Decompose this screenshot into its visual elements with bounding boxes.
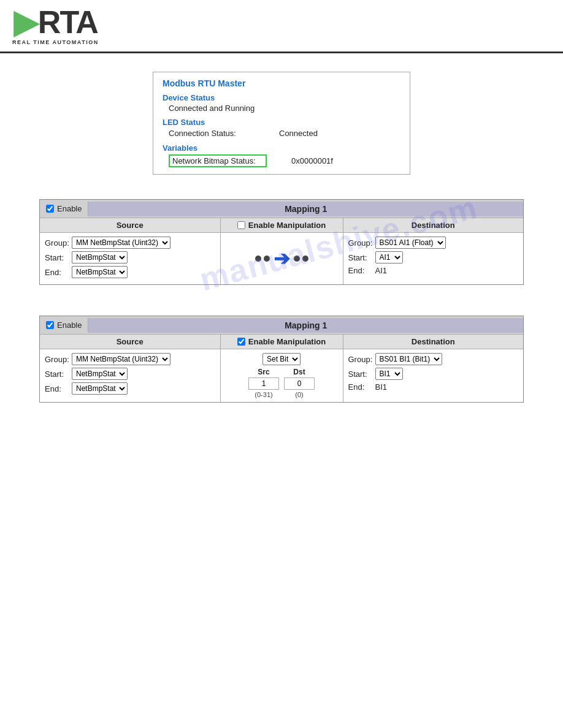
mapping1-source-end-select[interactable]: NetBmpStat [72, 266, 128, 278]
mapping2-source-group-select[interactable]: MM NetBmpStat (Uint32) [72, 353, 170, 365]
mapping2-body: Group: MM NetBmpStat (Uint32) Start: Net… [40, 349, 523, 402]
mapping1-source-start-select[interactable]: NetBmpStat [72, 251, 128, 264]
mapping1-manip-col-header: Enable Manipulation [221, 218, 343, 232]
mapping1-dest-end-row: End: AI1 [348, 266, 519, 275]
logo-rta-text: RTA [38, 6, 98, 38]
mapping2-source-panel: Group: MM NetBmpStat (Uint32) Start: Net… [40, 349, 221, 402]
mapping2-dst-input[interactable] [284, 377, 315, 390]
mapping2-source-group-row: Group: MM NetBmpStat (Uint32) [45, 353, 215, 365]
mapping2-src-range: (0-31) [255, 391, 272, 398]
mapping2-dst-label: Dst [293, 368, 305, 376]
mapping1-dest-start-label: Start: [348, 253, 375, 262]
dot3 [294, 256, 300, 262]
header: ▶ RTA REAL TIME AUTOMATION [0, 0, 563, 53]
mapping1-enable-box: Enable [40, 202, 88, 216]
mapping2-source-end-row: End: NetBmpStat [45, 382, 215, 395]
mapping1-source-end-row: End: NetBmpStat [45, 266, 215, 278]
mapping2-outer: Enable Mapping 1 Source Enable Manipulat… [39, 316, 524, 403]
mapping2-title: Mapping 1 [88, 318, 523, 333]
connection-status-key: Connection Status: [169, 129, 279, 138]
dot2 [264, 256, 270, 262]
mapping2-dest-group-label: Group: [348, 355, 375, 364]
mapping2-dst-range: (0) [295, 391, 303, 398]
mapping1-source-start-row: Start: NetBmpStat [45, 251, 215, 264]
mapping1-section: Enable Mapping 1 Source Enable Manipulat… [25, 199, 538, 285]
mapping2-dest-end-label: End: [348, 382, 375, 392]
mapping1-arrow-dots: ➔ [255, 247, 308, 270]
mapping2-section: Enable Mapping 1 Source Enable Manipulat… [25, 316, 538, 403]
mapping1-enable-label: Enable [57, 204, 82, 213]
mapping1-dest-col-header: Destination [343, 218, 524, 232]
mapping1-outer: Enable Mapping 1 Source Enable Manipulat… [39, 199, 524, 285]
mapping2-manip-type-select[interactable]: Set Bit [262, 353, 301, 365]
mapping2-enable-checkbox[interactable] [46, 321, 54, 329]
mapping1-manip-panel: ➔ [221, 233, 343, 284]
mapping1-dest-start-row: Start: AI1 [348, 251, 519, 264]
mapping1-dest-group-select[interactable]: BS01 AI1 (Float) [375, 237, 446, 249]
mapping1-header: Enable Mapping 1 [40, 200, 523, 218]
mapping2-source-start-label: Start: [45, 370, 72, 379]
mapping2-dest-start-row: Start: BI1 [348, 368, 519, 380]
network-bitmap-key: Network Bitmap Status: [169, 154, 267, 167]
mapping2-enable-label: Enable [57, 320, 82, 330]
mapping1-source-group-label: Group: [45, 238, 72, 248]
network-bitmap-row: Network Bitmap Status: 0x0000001f [163, 154, 400, 168]
mapping2-source-end-label: End: [45, 384, 72, 393]
mapping2-dst-col: Dst (0) [284, 368, 315, 398]
connection-status-row: Connection Status: Connected [163, 128, 400, 138]
mapping2-src-input[interactable] [248, 377, 279, 390]
mapping2-manip-label: Enable Manipulation [248, 337, 326, 346]
mapping2-src-label: Src [258, 368, 269, 376]
mapping1-body: Group: MM NetBmpStat (Uint32) Start: Net… [40, 233, 523, 284]
mapping1-source-start-label: Start: [45, 253, 72, 262]
main-content: manualshive.com Modbus RTU Master Device… [0, 53, 563, 446]
mapping2-dest-end-value: BI1 [375, 382, 402, 392]
mapping1-source-end-label: End: [45, 268, 72, 277]
mapping1-cols: Source Enable Manipulation Destination [40, 218, 523, 233]
mapping2-manip-col-header: Enable Manipulation [221, 335, 343, 349]
mapping1-dest-end-value: AI1 [375, 266, 402, 275]
dot4 [302, 256, 308, 262]
modbus-title: Modbus RTU Master [163, 78, 400, 88]
mapping1-title: Mapping 1 [88, 202, 523, 216]
mapping2-dest-group-row: Group: BS01 BI1 (Bit1) [348, 353, 519, 365]
mapping2-setbit-panel: Set Bit Src (0-31) Dst (0) [224, 353, 339, 398]
mapping1-source-col-header: Source [40, 218, 221, 232]
connection-status-value: Connected [279, 129, 318, 138]
mapping2-dest-start-select[interactable]: BI1 [375, 368, 403, 380]
mapping2-enable-manip-checkbox[interactable] [237, 338, 245, 346]
mapping2-source-col-header: Source [40, 335, 221, 349]
mapping2-dest-start-label: Start: [348, 370, 375, 379]
mapping1-source-group-select[interactable]: MM NetBmpStat (Uint32) [72, 237, 170, 249]
mapping2-header: Enable Mapping 1 [40, 316, 523, 335]
mapping1-source-group-row: Group: MM NetBmpStat (Uint32) [45, 237, 215, 249]
mapping2-source-start-select[interactable]: NetBmpStat [72, 368, 128, 380]
mapping1-dest-group-row: Group: BS01 AI1 (Float) [348, 237, 519, 249]
status-box: Modbus RTU Master Device Status Connecte… [153, 72, 410, 175]
mapping1-dest-panel: Group: BS01 AI1 (Float) Start: AI1 End: [343, 233, 524, 284]
logo-box: ▶ RTA [13, 6, 98, 38]
logo: ▶ RTA REAL TIME AUTOMATION [12, 6, 99, 45]
device-status-value: Connected and Running [163, 104, 400, 113]
mapping2-enable-box: Enable [40, 318, 88, 332]
mapping1-enable-manip-checkbox[interactable] [237, 221, 245, 229]
mapping1-source-panel: Group: MM NetBmpStat (Uint32) Start: Net… [40, 233, 221, 284]
mapping2-src-col: Src (0-31) [248, 368, 279, 398]
mapping2-source-group-label: Group: [45, 355, 72, 364]
mapping2-setbit-row: Src (0-31) Dst (0) [248, 368, 315, 398]
logo-arrow: ▶ [13, 6, 38, 38]
mapping1-dest-start-select[interactable]: AI1 [375, 251, 403, 264]
led-status-label: LED Status [163, 118, 400, 127]
logo-subtitle: REAL TIME AUTOMATION [12, 39, 99, 45]
mapping2-dest-end-row: End: BI1 [348, 382, 519, 392]
mapping2-dest-group-select[interactable]: BS01 BI1 (Bit1) [375, 353, 442, 365]
mapping2-dest-col-header: Destination [343, 335, 524, 349]
mapping1-dest-end-label: End: [348, 266, 375, 275]
mapping2-source-end-select[interactable]: NetBmpStat [72, 382, 128, 395]
mapping2-cols: Source Enable Manipulation Destination [40, 335, 523, 349]
mapping1-enable-checkbox[interactable] [46, 205, 54, 213]
dot1 [255, 256, 261, 262]
mapping2-source-start-row: Start: NetBmpStat [45, 368, 215, 380]
device-status-label: Device Status [163, 93, 400, 102]
arrow-icon: ➔ [274, 247, 290, 270]
